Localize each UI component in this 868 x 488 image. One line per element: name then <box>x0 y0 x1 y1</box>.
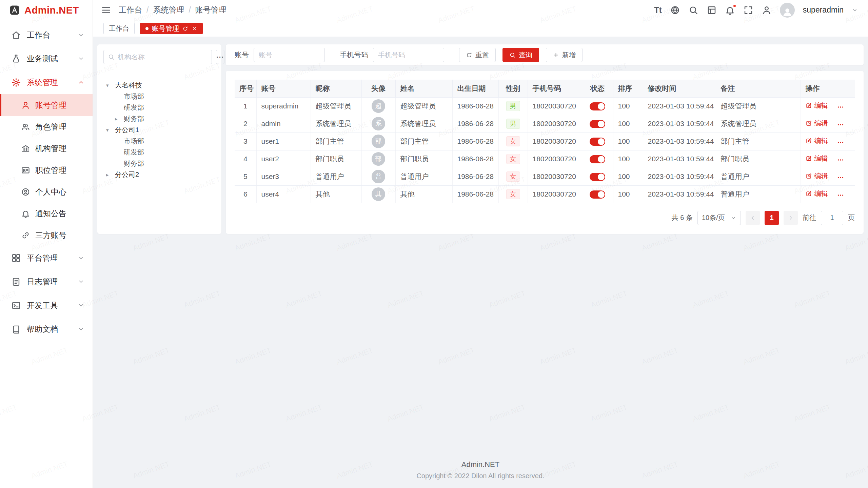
ellipsis-icon <box>836 121 845 129</box>
caret-down-icon[interactable]: ▾ <box>106 127 115 133</box>
sidebar-item-dev-tools[interactable]: 开发工具 <box>0 293 93 317</box>
cell-nickname: 系统管理员 <box>311 115 361 133</box>
tree-node-label: 研发部 <box>124 103 144 112</box>
status-toggle[interactable] <box>590 190 605 199</box>
status-toggle[interactable] <box>590 102 605 110</box>
app-logo[interactable]: Admin.NET <box>0 0 93 20</box>
sidebar-item-notice[interactable]: 通知公告 <box>0 203 93 224</box>
row-more-button[interactable] <box>836 103 845 111</box>
row-more-button[interactable] <box>836 121 845 129</box>
search-icon[interactable] <box>688 5 698 15</box>
breadcrumb-item-system-management[interactable]: 系统管理 <box>153 5 184 15</box>
layout-icon[interactable] <box>707 5 717 15</box>
cell-modified-time: 2023-01-03 10:59:44 <box>643 150 716 168</box>
tree-node[interactable]: ▸ 财务部 <box>103 113 215 124</box>
sidebar-item-workbench[interactable]: 工作台 <box>0 23 93 47</box>
refresh-icon[interactable] <box>182 26 188 32</box>
reset-button[interactable]: 重置 <box>459 48 496 62</box>
tree-node[interactable]: 财务部 <box>103 158 215 169</box>
edit-pencil-icon <box>806 155 812 162</box>
column-header: 修改时间 <box>643 80 716 97</box>
sidebar-item-help-docs[interactable]: 帮助文档 <box>0 317 93 341</box>
edit-button[interactable]: 编辑 <box>806 189 828 198</box>
page-size-select[interactable]: 10条/页 <box>697 211 741 225</box>
row-more-button[interactable] <box>836 156 845 164</box>
edit-button[interactable]: 编辑 <box>806 136 828 145</box>
row-more-button[interactable] <box>836 191 845 199</box>
tree-node[interactable]: 研发部 <box>103 147 215 158</box>
status-toggle[interactable] <box>590 173 605 181</box>
status-toggle[interactable] <box>590 138 605 146</box>
tab-label: 工作台 <box>109 24 129 33</box>
sidebar-item-account-management[interactable]: 账号管理 <box>0 94 93 116</box>
edit-button[interactable]: 编辑 <box>806 101 828 110</box>
tree-node[interactable]: 市场部 <box>103 136 215 147</box>
status-toggle[interactable] <box>590 155 605 163</box>
font-size-icon[interactable]: Tt <box>654 5 662 15</box>
next-page-button[interactable] <box>784 211 798 225</box>
main-area: 工作台 / 系统管理 / 账号管理 Tt su <box>93 0 868 488</box>
edit-button[interactable]: 编辑 <box>806 119 828 128</box>
tree-more-button[interactable]: ··· <box>216 50 224 64</box>
cell-status <box>582 97 613 115</box>
gear-icon <box>11 78 21 87</box>
column-header: 姓名 <box>395 80 452 97</box>
row-more-button[interactable] <box>836 138 845 146</box>
edit-button[interactable]: 编辑 <box>806 171 828 181</box>
cell-avatar: 部 <box>361 133 395 150</box>
sidebar-item-role-management[interactable]: 角色管理 <box>0 116 93 138</box>
username[interactable]: superadmin <box>803 5 844 15</box>
org-search-input[interactable] <box>118 53 208 61</box>
caret-down-icon[interactable]: ▾ <box>106 82 115 88</box>
status-toggle[interactable] <box>590 120 605 128</box>
notification-bell-icon[interactable] <box>725 5 735 15</box>
column-header: 备注 <box>716 80 801 97</box>
add-button[interactable]: 新增 <box>546 48 583 62</box>
sidebar-item-business-test[interactable]: 业务测试 <box>0 47 93 70</box>
tab-account-management[interactable]: 账号管理 <box>140 23 203 34</box>
row-more-button[interactable] <box>836 174 845 182</box>
sidebar-item-platform-management[interactable]: 平台管理 <box>0 246 93 270</box>
menu-collapse-icon[interactable] <box>101 5 111 15</box>
prev-page-button[interactable] <box>746 211 760 225</box>
caret-right-icon[interactable]: ▸ <box>106 172 115 178</box>
query-button[interactable]: 查询 <box>502 48 539 62</box>
sidebar-item-org-management[interactable]: 机构管理 <box>0 138 93 159</box>
tree-node[interactable]: ▸ 分公司2 <box>103 169 215 180</box>
chevron-down-icon[interactable] <box>852 7 858 13</box>
close-icon[interactable] <box>192 26 197 32</box>
table-row: 1 superadmin 超级管理员 超 超级管理员 1986-06-28 男 … <box>235 97 855 115</box>
page-number-button[interactable]: 1 <box>765 211 779 225</box>
tab-workbench[interactable]: 工作台 <box>103 23 135 34</box>
sidebar-item-log-management[interactable]: 日志管理 <box>0 270 93 293</box>
user-settings-icon[interactable] <box>762 5 772 15</box>
gender-badge: 女 <box>506 189 520 200</box>
tree-node[interactable]: ▾ 大名科技 <box>103 80 215 91</box>
goto-page-input[interactable] <box>821 211 843 225</box>
cell-sort: 100 <box>613 133 643 150</box>
tree-node[interactable]: 市场部 <box>103 91 215 102</box>
ellipsis-icon <box>836 191 845 199</box>
language-icon[interactable] <box>670 5 680 15</box>
cell-nickname: 其他 <box>311 185 361 203</box>
org-search-field <box>103 50 212 64</box>
tree-node[interactable]: 研发部 <box>103 102 215 113</box>
column-header: 出生日期 <box>452 80 498 97</box>
cell-sort: 100 <box>613 168 643 185</box>
phone-filter-input[interactable] <box>373 48 444 62</box>
sidebar-item-system-management[interactable]: 系统管理 <box>0 70 93 94</box>
cell-actions: 编辑 <box>801 97 855 115</box>
fullscreen-icon[interactable] <box>743 5 753 15</box>
caret-right-icon[interactable]: ▸ <box>115 116 124 122</box>
account-filter-input[interactable] <box>254 48 325 62</box>
notification-badge <box>733 4 736 8</box>
cell-remark: 部门职员 <box>716 150 801 168</box>
sidebar-item-personal-center[interactable]: 个人中心 <box>0 181 93 203</box>
sidebar-item-position-management[interactable]: 职位管理 <box>0 159 93 181</box>
edit-button[interactable]: 编辑 <box>806 154 828 163</box>
tree-node[interactable]: ▾ 分公司1 <box>103 124 215 136</box>
sidebar-item-third-party-account[interactable]: 三方账号 <box>0 224 93 246</box>
user-avatar[interactable] <box>780 3 795 18</box>
breadcrumb-item-workbench[interactable]: 工作台 <box>119 5 142 15</box>
chevron-left-icon <box>749 215 756 221</box>
